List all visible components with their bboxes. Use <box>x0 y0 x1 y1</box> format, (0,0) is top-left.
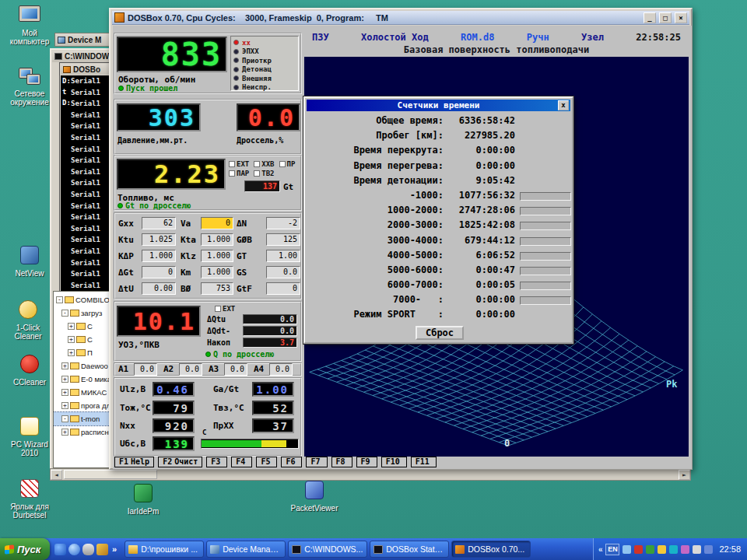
language-indicator[interactable]: EN <box>605 544 619 555</box>
fkey-f8[interactable]: F8 <box>331 457 352 467</box>
fkey-f1[interactable]: F1Help <box>114 457 154 467</box>
flag-xxv[interactable]: ХХВ <box>254 160 274 168</box>
expand-icon[interactable]: + <box>68 349 75 356</box>
expand-icon[interactable]: + <box>61 362 68 369</box>
uoz-ext-flag[interactable]: ЕХТ <box>215 305 235 313</box>
adc-value: 0.0 <box>224 363 247 376</box>
tree-item-selected[interactable]: -t-mon <box>54 412 110 425</box>
mode-option[interactable]: Детонац <box>233 65 296 75</box>
mouse-icon[interactable] <box>82 544 94 555</box>
expand-icon[interactable]: + <box>61 402 68 409</box>
taskbar-item-dosbox-active[interactable]: DOSBox 0.70... <box>451 541 531 558</box>
menu-item-pzu[interactable]: ПЗУ <box>312 32 329 43</box>
tree-item[interactable]: +П <box>54 346 110 359</box>
reset-button[interactable]: Сброс <box>416 326 464 340</box>
uoz-display: 10.1 <box>117 306 201 337</box>
tray-chevron-icon[interactable]: « <box>598 545 603 554</box>
tree-item[interactable]: +Daewoo <box>54 359 110 373</box>
tree-item[interactable]: +МИКАС 7. <box>54 386 110 399</box>
flag-par[interactable]: ПАР <box>229 170 249 177</box>
fkey-f3[interactable]: F3 <box>206 457 227 467</box>
fkey-f4[interactable]: F4 <box>231 457 252 467</box>
expand-icon[interactable]: - <box>61 310 68 317</box>
fkey-f9[interactable]: F9 <box>356 457 377 467</box>
tree-item[interactable]: +прога дл <box>54 399 110 412</box>
menu-item-idle[interactable]: Холостой Ход <box>361 32 429 43</box>
desktop-icon-iaridepm[interactable]: IarIdePm <box>118 482 168 516</box>
desktop-icon-ccleaner[interactable]: CCleaner <box>5 353 54 387</box>
flag-tv2[interactable]: ТВ2 <box>254 170 274 177</box>
flag-pr[interactable]: ПР <box>279 160 296 168</box>
expand-icon[interactable]: - <box>61 415 68 422</box>
ulz-label: Ulz,B <box>120 384 146 394</box>
scroll-left-icon[interactable]: ◄ <box>51 470 62 480</box>
expand-icon[interactable]: + <box>68 323 75 330</box>
taskbar-item-device-manager[interactable]: Device Manager <box>206 541 286 558</box>
console-line: Serial1 <box>61 223 109 235</box>
expand-icon[interactable]: + <box>61 389 68 396</box>
desktop-icon-pc-wizard[interactable]: PC Wizard 2010 <box>5 415 54 457</box>
expand-icon[interactable]: + <box>61 429 68 436</box>
flag-ext[interactable]: ЕХТ <box>229 160 249 168</box>
mode-option[interactable]: Неиспр. <box>233 83 296 93</box>
tray-icon[interactable] <box>704 545 713 554</box>
dosbox-status-window[interactable]: DOSBo D: t D: Serial1 Serial1 Serial1 Se… <box>59 62 110 306</box>
expand-icon[interactable]: - <box>56 296 63 303</box>
desktop-icon-netview[interactable]: NetView <box>5 244 54 278</box>
fkey-f10[interactable]: F10 <box>381 457 407 467</box>
tree-item[interactable]: +С <box>54 333 110 346</box>
console-icon <box>292 545 301 554</box>
tray-icon[interactable] <box>658 545 666 554</box>
close-button[interactable]: × <box>675 12 687 23</box>
tray-icon[interactable] <box>681 545 689 554</box>
browser-icon[interactable] <box>54 544 66 555</box>
desktop-icon-1click-cleaner[interactable]: 1-Click Cleaner <box>3 299 53 341</box>
tree-item[interactable]: -загруз <box>54 306 110 320</box>
taskbar-item-dosbox-status[interactable]: DOSBox Statu... <box>370 541 449 558</box>
dialog-title[interactable]: Счетчики времени <box>307 100 570 111</box>
fkey-f7[interactable]: F7 <box>306 457 327 467</box>
mode-option[interactable]: ЭПХХ <box>233 47 296 57</box>
desktop-icon-durbetsel-shortcut[interactable]: Ярлык для Durbetsel <box>5 478 54 520</box>
tree-item[interactable]: -COMBILO <box>54 293 110 306</box>
tree-item[interactable]: +Е-0 микас <box>54 373 110 386</box>
fkey-f2[interactable]: F2Очист <box>158 457 202 467</box>
scrollbar-thumb[interactable] <box>64 470 157 479</box>
fkey-f5[interactable]: F5 <box>256 457 277 467</box>
tree-item[interactable]: +расписное <box>54 425 110 439</box>
menu-item-node[interactable]: Узел <box>581 32 604 43</box>
tray-icon[interactable] <box>622 545 631 554</box>
horizontal-scrollbar[interactable]: ◄ ► <box>50 468 691 481</box>
desktop-icon-packetviewer[interactable]: PacketViewer <box>289 479 339 513</box>
maximize-button[interactable]: □ <box>659 12 672 23</box>
menu-item-manual[interactable]: Ручн <box>527 32 549 43</box>
start-button[interactable]: Пуск <box>0 538 50 560</box>
tree-item[interactable]: +С <box>54 320 110 333</box>
desktop-icon-my-computer[interactable]: Мой компьютер <box>5 4 54 46</box>
tray-icon[interactable] <box>646 545 654 554</box>
menu-item-rom[interactable]: ROM.d8 <box>461 32 494 43</box>
mode-option[interactable]: хх <box>233 38 296 47</box>
title-bar[interactable]: DOSBox 0.70, Cpu Cycles: 3000, Frameskip… <box>112 11 689 25</box>
tray-icon[interactable] <box>693 545 701 554</box>
device-manager-window[interactable]: Device M <box>54 33 112 47</box>
expand-icon[interactable]: + <box>68 336 75 343</box>
taskbar-item-windows-console[interactable]: C:\WINDOWS... <box>288 541 367 558</box>
taskbar-item-firmware-folder[interactable]: D:\прошивки ... <box>124 541 204 558</box>
ie-icon[interactable] <box>68 544 80 555</box>
dialog-close-button[interactable]: x <box>558 100 569 110</box>
quick-launch-overflow-icon[interactable]: » <box>110 544 118 554</box>
q-mode-status: Q по дросселю <box>205 350 274 359</box>
scroll-right-icon[interactable]: ► <box>679 470 690 480</box>
tray-icon[interactable] <box>634 545 643 554</box>
desktop-icon-network[interactable]: Сетевое окружение <box>5 66 54 107</box>
fkey-f6[interactable]: F6 <box>281 457 302 467</box>
tools-icon[interactable] <box>96 544 108 555</box>
minimize-button[interactable]: _ <box>644 12 656 23</box>
tray-icon[interactable] <box>669 545 678 554</box>
network-icon <box>26 74 40 85</box>
mode-option[interactable]: Внешняя <box>233 74 296 83</box>
mode-option[interactable]: Приоткр <box>233 56 296 65</box>
fkey-f11[interactable]: F11 <box>411 457 437 467</box>
expand-icon[interactable]: + <box>61 376 68 383</box>
